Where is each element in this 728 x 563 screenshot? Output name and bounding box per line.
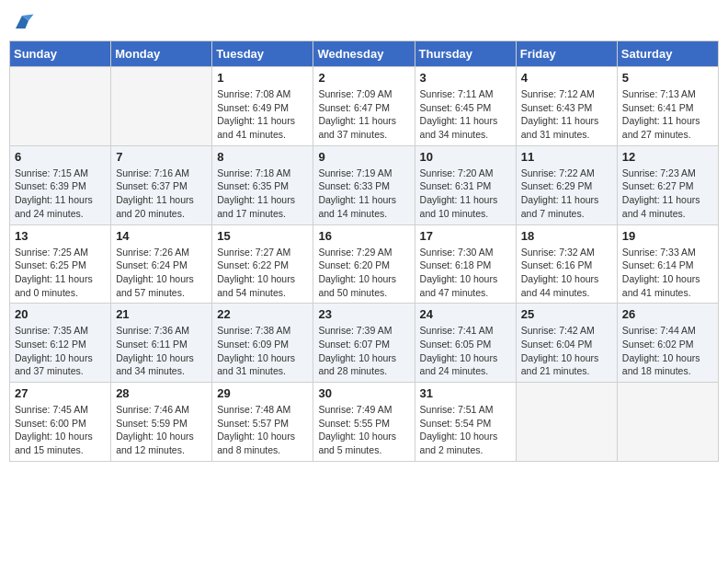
- calendar-cell: 9Sunrise: 7:19 AM Sunset: 6:33 PM Daylig…: [313, 145, 415, 224]
- day-number: 2: [318, 71, 409, 85]
- calendar-table: SundayMondayTuesdayWednesdayThursdayFrid…: [9, 40, 719, 462]
- col-header-wednesday: Wednesday: [313, 41, 415, 67]
- calendar-cell: 11Sunrise: 7:22 AM Sunset: 6:29 PM Dayli…: [516, 145, 617, 224]
- day-info: Sunrise: 7:23 AM Sunset: 6:27 PM Dayligh…: [622, 167, 713, 221]
- day-info: Sunrise: 7:16 AM Sunset: 6:37 PM Dayligh…: [116, 167, 207, 221]
- day-info: Sunrise: 7:35 AM Sunset: 6:12 PM Dayligh…: [15, 324, 106, 378]
- day-info: Sunrise: 7:11 AM Sunset: 6:45 PM Dayligh…: [420, 87, 511, 142]
- day-info: Sunrise: 7:20 AM Sunset: 6:31 PM Dayligh…: [420, 167, 511, 221]
- day-info: Sunrise: 7:29 AM Sunset: 6:20 PM Dayligh…: [318, 246, 409, 300]
- calendar-cell: 5Sunrise: 7:13 AM Sunset: 6:41 PM Daylig…: [617, 67, 718, 146]
- day-info: Sunrise: 7:41 AM Sunset: 6:05 PM Dayligh…: [420, 324, 511, 378]
- col-header-saturday: Saturday: [617, 41, 718, 67]
- day-info: Sunrise: 7:38 AM Sunset: 6:09 PM Dayligh…: [217, 324, 308, 378]
- day-number: 5: [622, 71, 713, 85]
- day-number: 4: [521, 71, 612, 85]
- day-info: Sunrise: 7:30 AM Sunset: 6:18 PM Dayligh…: [420, 246, 511, 300]
- day-info: Sunrise: 7:45 AM Sunset: 6:00 PM Dayligh…: [15, 403, 106, 457]
- day-number: 21: [116, 307, 207, 321]
- calendar-cell: [10, 67, 111, 146]
- calendar-week-row: 27Sunrise: 7:45 AM Sunset: 6:00 PM Dayli…: [10, 383, 719, 462]
- day-number: 6: [15, 150, 106, 164]
- calendar-cell: 8Sunrise: 7:18 AM Sunset: 6:35 PM Daylig…: [212, 145, 313, 224]
- calendar-cell: 19Sunrise: 7:33 AM Sunset: 6:14 PM Dayli…: [617, 224, 718, 304]
- day-number: 18: [521, 229, 612, 243]
- day-info: Sunrise: 7:48 AM Sunset: 5:57 PM Dayligh…: [217, 403, 308, 457]
- col-header-sunday: Sunday: [10, 41, 111, 67]
- calendar-week-row: 1Sunrise: 7:08 AM Sunset: 6:49 PM Daylig…: [10, 67, 719, 146]
- calendar-cell: 27Sunrise: 7:45 AM Sunset: 6:00 PM Dayli…: [10, 383, 111, 462]
- calendar-cell: 28Sunrise: 7:46 AM Sunset: 5:59 PM Dayli…: [111, 383, 212, 462]
- day-info: Sunrise: 7:46 AM Sunset: 5:59 PM Dayligh…: [116, 403, 207, 457]
- day-number: 14: [116, 229, 207, 243]
- day-number: 13: [15, 229, 106, 243]
- calendar-cell: 1Sunrise: 7:08 AM Sunset: 6:49 PM Daylig…: [212, 67, 313, 146]
- day-info: Sunrise: 7:51 AM Sunset: 5:54 PM Dayligh…: [420, 403, 511, 457]
- calendar-week-row: 13Sunrise: 7:25 AM Sunset: 6:25 PM Dayli…: [10, 224, 719, 304]
- calendar-cell: 10Sunrise: 7:20 AM Sunset: 6:31 PM Dayli…: [415, 145, 516, 224]
- col-header-tuesday: Tuesday: [212, 41, 313, 67]
- day-number: 26: [622, 307, 713, 321]
- calendar-cell: 16Sunrise: 7:29 AM Sunset: 6:20 PM Dayli…: [313, 224, 415, 304]
- day-info: Sunrise: 7:13 AM Sunset: 6:41 PM Dayligh…: [622, 87, 713, 142]
- calendar-cell: [516, 383, 617, 462]
- col-header-monday: Monday: [111, 41, 212, 67]
- day-info: Sunrise: 7:15 AM Sunset: 6:39 PM Dayligh…: [15, 167, 106, 221]
- day-number: 25: [521, 307, 612, 321]
- calendar-cell: 3Sunrise: 7:11 AM Sunset: 6:45 PM Daylig…: [415, 67, 516, 146]
- calendar-cell: 21Sunrise: 7:36 AM Sunset: 6:11 PM Dayli…: [111, 304, 212, 383]
- calendar-week-row: 6Sunrise: 7:15 AM Sunset: 6:39 PM Daylig…: [10, 145, 719, 224]
- calendar-cell: 13Sunrise: 7:25 AM Sunset: 6:25 PM Dayli…: [10, 224, 111, 304]
- day-info: Sunrise: 7:39 AM Sunset: 6:07 PM Dayligh…: [318, 324, 409, 378]
- day-number: 8: [217, 150, 308, 164]
- day-number: 31: [420, 386, 511, 400]
- calendar-cell: 20Sunrise: 7:35 AM Sunset: 6:12 PM Dayli…: [10, 304, 111, 383]
- day-info: Sunrise: 7:09 AM Sunset: 6:47 PM Dayligh…: [318, 87, 409, 142]
- calendar-cell: 17Sunrise: 7:30 AM Sunset: 6:18 PM Dayli…: [415, 224, 516, 304]
- day-info: Sunrise: 7:44 AM Sunset: 6:02 PM Dayligh…: [622, 324, 713, 378]
- col-header-friday: Friday: [516, 41, 617, 67]
- day-number: 30: [318, 386, 409, 400]
- day-number: 1: [217, 71, 308, 85]
- day-info: Sunrise: 7:49 AM Sunset: 5:55 PM Dayligh…: [318, 403, 409, 457]
- calendar-cell: [617, 383, 718, 462]
- calendar-cell: 4Sunrise: 7:12 AM Sunset: 6:43 PM Daylig…: [516, 67, 617, 146]
- calendar-cell: 31Sunrise: 7:51 AM Sunset: 5:54 PM Dayli…: [415, 383, 516, 462]
- day-number: 28: [116, 386, 207, 400]
- calendar-cell: 18Sunrise: 7:32 AM Sunset: 6:16 PM Dayli…: [516, 224, 617, 304]
- calendar-cell: 25Sunrise: 7:42 AM Sunset: 6:04 PM Dayli…: [516, 304, 617, 383]
- day-number: 15: [217, 229, 308, 243]
- day-info: Sunrise: 7:27 AM Sunset: 6:22 PM Dayligh…: [217, 246, 308, 300]
- day-info: Sunrise: 7:22 AM Sunset: 6:29 PM Dayligh…: [521, 167, 612, 221]
- calendar-header-row: SundayMondayTuesdayWednesdayThursdayFrid…: [10, 41, 719, 67]
- calendar-cell: [111, 67, 212, 146]
- day-number: 23: [318, 307, 409, 321]
- day-info: Sunrise: 7:32 AM Sunset: 6:16 PM Dayligh…: [521, 246, 612, 300]
- calendar-cell: 26Sunrise: 7:44 AM Sunset: 6:02 PM Dayli…: [617, 304, 718, 383]
- day-number: 27: [15, 386, 106, 400]
- logo: [9, 9, 39, 35]
- calendar-week-row: 20Sunrise: 7:35 AM Sunset: 6:12 PM Dayli…: [10, 304, 719, 383]
- calendar-cell: 7Sunrise: 7:16 AM Sunset: 6:37 PM Daylig…: [111, 145, 212, 224]
- day-number: 9: [318, 150, 409, 164]
- day-info: Sunrise: 7:08 AM Sunset: 6:49 PM Dayligh…: [217, 87, 308, 142]
- day-info: Sunrise: 7:33 AM Sunset: 6:14 PM Dayligh…: [622, 246, 713, 300]
- calendar-cell: 12Sunrise: 7:23 AM Sunset: 6:27 PM Dayli…: [617, 145, 718, 224]
- day-number: 3: [420, 71, 511, 85]
- calendar-cell: 6Sunrise: 7:15 AM Sunset: 6:39 PM Daylig…: [10, 145, 111, 224]
- calendar-cell: 24Sunrise: 7:41 AM Sunset: 6:05 PM Dayli…: [415, 304, 516, 383]
- day-number: 7: [116, 150, 207, 164]
- day-info: Sunrise: 7:42 AM Sunset: 6:04 PM Dayligh…: [521, 324, 612, 378]
- day-number: 19: [622, 229, 713, 243]
- day-info: Sunrise: 7:25 AM Sunset: 6:25 PM Dayligh…: [15, 246, 106, 300]
- col-header-thursday: Thursday: [415, 41, 516, 67]
- calendar-cell: 23Sunrise: 7:39 AM Sunset: 6:07 PM Dayli…: [313, 304, 415, 383]
- logo-icon: [9, 9, 35, 35]
- calendar-cell: 2Sunrise: 7:09 AM Sunset: 6:47 PM Daylig…: [313, 67, 415, 146]
- calendar-cell: 29Sunrise: 7:48 AM Sunset: 5:57 PM Dayli…: [212, 383, 313, 462]
- day-number: 10: [420, 150, 511, 164]
- page-header: [9, 9, 719, 35]
- calendar-cell: 14Sunrise: 7:26 AM Sunset: 6:24 PM Dayli…: [111, 224, 212, 304]
- calendar-cell: 22Sunrise: 7:38 AM Sunset: 6:09 PM Dayli…: [212, 304, 313, 383]
- day-info: Sunrise: 7:26 AM Sunset: 6:24 PM Dayligh…: [116, 246, 207, 300]
